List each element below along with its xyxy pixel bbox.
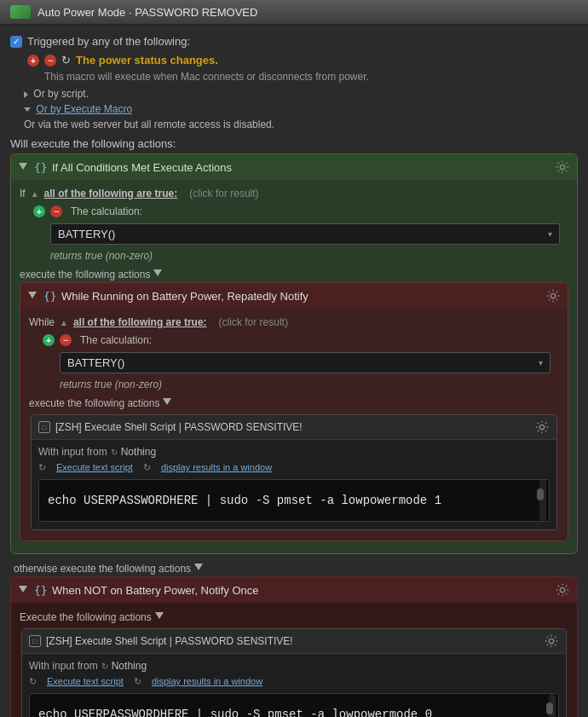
- outer-execute-label: execute the following actions: [20, 269, 150, 280]
- inner-calc-label: The calculation:: [80, 334, 152, 346]
- block2-gear-icon[interactable]: [555, 582, 570, 598]
- inner-remove-condition-button[interactable]: −: [60, 334, 72, 346]
- inner-battery-value: BATTERY(): [67, 356, 124, 369]
- block2-shell-header: □ [ZSH] Execute Shell Script | PASSWORD …: [22, 629, 566, 654]
- webserver-label: Or via the web server but all remote acc…: [24, 119, 274, 130]
- svg-point-2: [560, 165, 564, 169]
- block2-shell-gear-icon[interactable]: [544, 633, 559, 649]
- up-arrow-icon: ▲: [31, 189, 39, 199]
- inner-calc-btn-row: + − The calculation:: [29, 331, 559, 349]
- block2-loop-icon3: ↻: [134, 676, 141, 687]
- inner-execute-chevron-icon: [163, 397, 171, 409]
- block2-display-results-link[interactable]: display results in a window: [152, 676, 262, 687]
- svg-point-6: [551, 293, 555, 298]
- sub-trigger-script-label: Or by script.: [33, 88, 89, 100]
- block2-scrollbar: [549, 694, 556, 717]
- outer-block-gear-icon[interactable]: [555, 159, 570, 175]
- main-content: ✓ Triggered by any of the following: + −…: [0, 25, 588, 717]
- svg-marker-3: [153, 269, 162, 276]
- inner-shell-scrollbar-thumb: [537, 489, 544, 500]
- will-execute-label: Will execute the following actions:: [10, 132, 578, 153]
- block2-shell-nothing-label: Nothing: [112, 660, 147, 672]
- while-label: While: [29, 316, 55, 328]
- inner-shell-loop-icon: ↻: [111, 448, 118, 457]
- outer-remove-condition-button[interactable]: −: [50, 205, 62, 217]
- inner-battery-input[interactable]: BATTERY() ▾: [60, 352, 551, 373]
- svg-marker-0: [19, 163, 27, 170]
- outer-block-body: If ▲ all of the following are true: (cli…: [11, 180, 577, 553]
- block2-title: When NOT on Battery Power, Notify Once: [52, 584, 550, 597]
- block2-header: {} When NOT on Battery Power, Notify Onc…: [11, 577, 577, 603]
- inner-shell-scrollbar: [539, 480, 546, 521]
- svg-marker-4: [28, 292, 37, 298]
- block2-body: Execute the following actions □ [ZSH] Ex…: [11, 603, 577, 717]
- block2-scrollbar-thumb: [546, 703, 553, 714]
- inner-shell-block: □ [ZSH] Execute Shell Script | PASSWORD …: [31, 414, 557, 530]
- inner-shell-execute-text-link[interactable]: Execute text script: [56, 462, 133, 473]
- block2-braces-icon: {}: [33, 583, 47, 597]
- otherwise-label: otherwise execute the following actions: [14, 563, 191, 575]
- svg-text:{}: {}: [43, 290, 56, 303]
- inner-shell-gear-icon[interactable]: [534, 419, 550, 435]
- outer-block-if: {} If All Conditions Met Execute Actions…: [10, 153, 578, 554]
- svg-point-12: [560, 587, 564, 592]
- sub-trigger-macro[interactable]: Or by Execute Macro: [10, 101, 578, 117]
- inner-shell-input-row: With input from ↻ Nothing: [38, 444, 550, 460]
- outer-block-title: If All Conditions Met Execute Actions: [52, 161, 550, 174]
- block2-shell-input-label: With input from: [29, 660, 98, 672]
- sub-trigger-script: Or by script.: [10, 86, 578, 101]
- inner-shell-loop-icon2: ↻: [38, 462, 46, 473]
- inner-shell-input-label: With input from: [38, 446, 107, 458]
- inner-all-following-label: all of the following are true:: [73, 316, 207, 328]
- sub-trigger-webserver: Or via the web server but all remote acc…: [10, 117, 578, 132]
- svg-text:{}: {}: [34, 161, 47, 174]
- svg-marker-7: [163, 398, 171, 405]
- block2-loop-icon2: ↻: [29, 676, 37, 687]
- inner-while-row: While ▲ all of the following are true: (…: [29, 314, 559, 331]
- outer-if-row: If ▲ all of the following are true: (cli…: [20, 185, 568, 202]
- inner-add-condition-button[interactable]: +: [43, 334, 55, 346]
- inner-block-while: {} While Running on Battery Power, Repat…: [20, 282, 568, 541]
- inner-returns-label: returns true (non-zero): [29, 377, 559, 394]
- svg-marker-13: [155, 612, 164, 619]
- block2-shell-title: [ZSH] Execute Shell Script | PASSWORD SE…: [46, 635, 539, 647]
- outer-add-condition-button[interactable]: +: [33, 205, 45, 217]
- inner-block-gear-icon[interactable]: [545, 288, 561, 304]
- trigger-checkbox[interactable]: ✓: [10, 36, 22, 48]
- block2-execute-chevron-icon: [155, 611, 164, 623]
- block2-shell-code: echo USERPASSWORDHERE | sudo -S pmset -a…: [38, 708, 432, 717]
- block2-shell-input-row: With input from ↻ Nothing: [29, 658, 559, 674]
- click-for-result-label[interactable]: (click for result): [189, 188, 258, 199]
- trigger-item-power: + − ↻ The power status changes.: [10, 51, 578, 69]
- block2-shell-code-block[interactable]: echo USERPASSWORDHERE | sudo -S pmset -a…: [29, 693, 559, 717]
- remove-trigger-button[interactable]: +: [27, 55, 39, 66]
- disable-trigger-button[interactable]: −: [44, 55, 56, 66]
- outer-block-collapse-icon[interactable]: [18, 162, 28, 172]
- outer-battery-value: BATTERY(): [58, 228, 115, 240]
- outer-calc-label: The calculation:: [71, 205, 142, 217]
- block2-execute-label: Execute the following actions: [20, 611, 152, 623]
- inner-shell-options: ↻ Execute text script ↻ display results …: [38, 460, 550, 476]
- svg-point-8: [539, 425, 544, 429]
- inner-block-collapse-icon[interactable]: [27, 291, 37, 301]
- inner-shell-code: echo USERPASSWORDHERE | sudo -S pmset -a…: [48, 494, 441, 507]
- svg-marker-10: [19, 586, 27, 593]
- inner-click-result-label[interactable]: (click for result): [219, 316, 288, 328]
- if-label: If: [20, 188, 26, 199]
- svg-marker-9: [194, 564, 203, 570]
- inner-braces-icon: {}: [43, 289, 56, 303]
- outer-returns-label: returns true (non-zero): [20, 248, 568, 265]
- block2-execute-row: Execute the following actions: [20, 608, 568, 625]
- outer-battery-input[interactable]: BATTERY() ▾: [50, 223, 560, 245]
- outer-calc-btn-row: + − The calculation:: [20, 202, 568, 220]
- inner-shell-code-block[interactable]: echo USERPASSWORDHERE | sudo -S pmset -a…: [38, 479, 550, 522]
- title-bar-text: Auto Power Mode · PASSWORD REMOVED: [37, 6, 257, 19]
- svg-text:{}: {}: [34, 584, 47, 597]
- inner-shell-nothing-label: Nothing: [121, 446, 156, 458]
- svg-point-14: [549, 639, 553, 643]
- block2-execute-text-link[interactable]: Execute text script: [47, 676, 124, 687]
- inner-shell-display-results-link[interactable]: display results in a window: [161, 462, 272, 473]
- block2-shell-loop-icon: ↻: [101, 662, 108, 671]
- trigger-description: This macro will execute when Mac connect…: [10, 69, 578, 86]
- block2-collapse-icon[interactable]: [18, 585, 28, 595]
